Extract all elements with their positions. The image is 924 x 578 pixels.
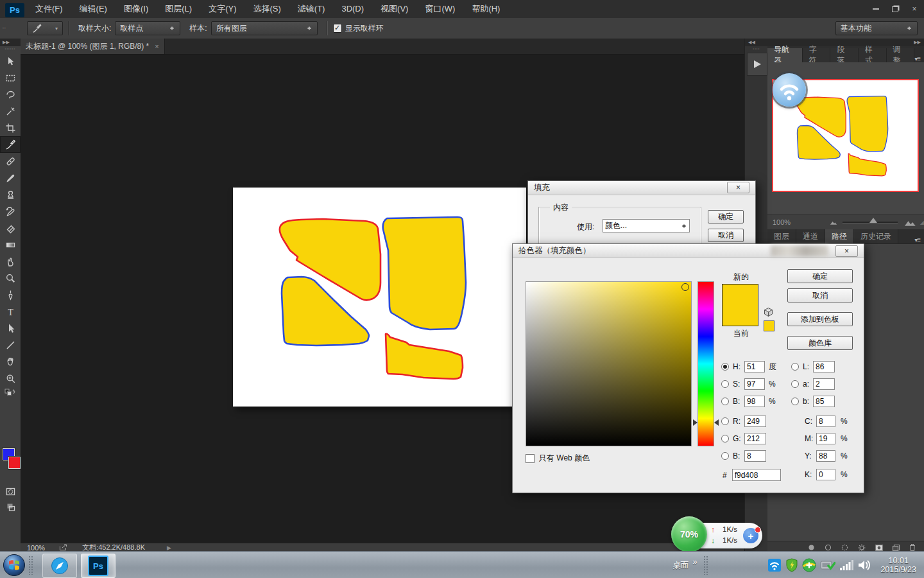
sample-size-dropdown[interactable]: 取样点: [115, 21, 180, 35]
tab-history[interactable]: 历史记录: [854, 229, 898, 243]
document-tab[interactable]: 未标题-1 @ 100% (图层 1, RGB/8) * ×: [21, 39, 165, 54]
hue-radio[interactable]: [721, 363, 729, 371]
color-libraries-button[interactable]: 颜色库: [787, 336, 853, 350]
tool-rectangular-marquee[interactable]: [0, 69, 21, 86]
zoom-in-mountain-icon[interactable]: [904, 218, 916, 227]
blue-input[interactable]: [744, 450, 766, 462]
swap-colors-icon[interactable]: [0, 387, 21, 398]
picker-ok-button[interactable]: 确定: [787, 269, 853, 283]
screen-mode-button[interactable]: [0, 498, 21, 515]
web-safe-color-swatch[interactable]: [764, 320, 774, 331]
tool-brush[interactable]: [0, 170, 21, 186]
tab-paths[interactable]: 路径: [825, 229, 854, 243]
show-sampling-ring-checkbox[interactable]: ✓: [333, 24, 342, 33]
memory-percent-ball[interactable]: 70%: [671, 516, 707, 552]
brightness-input[interactable]: [744, 396, 765, 407]
tab-character[interactable]: 字符: [803, 48, 831, 62]
tool-lasso[interactable]: [0, 86, 21, 103]
minimize-button[interactable]: [866, 3, 886, 15]
zoom-out-mountain-icon[interactable]: [829, 219, 837, 225]
cyan-input[interactable]: [816, 416, 835, 427]
blue-radio[interactable]: [721, 452, 729, 460]
tool-crop[interactable]: [0, 119, 21, 136]
tray-wifi-icon[interactable]: [767, 558, 782, 572]
add-to-swatches-button[interactable]: 添加到色板: [787, 312, 853, 326]
color-field[interactable]: [526, 281, 692, 446]
tray-update-icon[interactable]: [820, 559, 835, 572]
tool-path-selection[interactable]: [0, 320, 21, 337]
menu-select[interactable]: 选择(S): [244, 0, 289, 18]
tab-styles[interactable]: 样式: [859, 48, 887, 62]
menu-help[interactable]: 帮助(H): [463, 0, 508, 18]
wifi-hotspot-overlay-icon[interactable]: [773, 73, 806, 107]
menu-image[interactable]: 图像(I): [116, 0, 157, 18]
background-color-swatch[interactable]: [8, 457, 21, 469]
web-only-checkbox[interactable]: [526, 454, 535, 463]
tool-preset-eyedropper[interactable]: ▾: [27, 21, 63, 35]
tray-signal-icon[interactable]: [839, 559, 853, 572]
taskbar-browser-button[interactable]: [42, 554, 77, 578]
tray-clock[interactable]: 10:01 2015/9/23: [880, 556, 916, 574]
tab-adjustments[interactable]: 调整: [887, 48, 915, 62]
fill-use-dropdown[interactable]: 颜色...: [603, 219, 690, 232]
non-web-safe-cube-icon[interactable]: [763, 307, 774, 318]
red-input[interactable]: [744, 416, 766, 427]
fill-dialog-titlebar[interactable]: 填充 ×: [528, 181, 755, 195]
lab-l-radio[interactable]: [791, 363, 799, 371]
document-tab-close-icon[interactable]: ×: [155, 42, 158, 50]
lab-b-input[interactable]: [813, 396, 835, 407]
red-radio[interactable]: [721, 417, 729, 425]
color-field-marker[interactable]: [681, 283, 689, 291]
tab-channels[interactable]: 通道: [796, 229, 825, 243]
menu-view[interactable]: 视图(V): [372, 0, 416, 18]
lab-l-input[interactable]: [813, 361, 835, 372]
green-input[interactable]: [744, 433, 766, 444]
tool-dodge[interactable]: [0, 270, 21, 286]
color-picker-close-button[interactable]: ×: [835, 245, 858, 257]
tab-navigator[interactable]: 导航器: [767, 48, 803, 62]
menu-file[interactable]: 文件(F): [27, 0, 71, 18]
black-input[interactable]: [816, 469, 835, 480]
close-button[interactable]: ×: [905, 3, 924, 15]
hue-slider-left-arrow[interactable]: [693, 419, 701, 426]
collapsed-panel-button[interactable]: [747, 53, 767, 76]
tool-spot-healing-brush[interactable]: [0, 153, 21, 170]
tool-eyedropper[interactable]: [0, 136, 21, 153]
zoom-slider-thumb[interactable]: [869, 218, 877, 223]
menu-3d[interactable]: 3D(D): [333, 0, 372, 18]
menu-filter[interactable]: 滤镜(T): [289, 0, 334, 18]
tool-gradient[interactable]: [0, 236, 21, 253]
restore-button[interactable]: [886, 3, 905, 15]
color-picker-titlebar[interactable]: 拾色器（填充颜色） ×: [513, 244, 864, 258]
brightness-radio[interactable]: [721, 398, 729, 405]
lab-a-radio[interactable]: [791, 380, 799, 388]
hex-input[interactable]: [732, 469, 781, 481]
tool-type[interactable]: T: [0, 303, 21, 320]
tray-volume-icon[interactable]: [857, 559, 871, 572]
lab-a-input[interactable]: [813, 378, 835, 390]
status-zoom[interactable]: 100%: [27, 544, 45, 552]
add-mask-icon[interactable]: [875, 544, 884, 552]
canvas[interactable]: [233, 188, 526, 407]
hue-slider-right-arrow[interactable]: [711, 419, 719, 426]
menu-window[interactable]: 窗口(W): [416, 0, 463, 18]
hue-slider[interactable]: [697, 281, 714, 446]
green-radio[interactable]: [721, 435, 729, 442]
tool-zoom[interactable]: [0, 370, 21, 387]
taskbar-photoshop-button[interactable]: Ps: [81, 554, 116, 578]
tray-shield-icon[interactable]: [785, 558, 798, 572]
yellow-input[interactable]: [816, 450, 835, 462]
tray-360-ball-icon[interactable]: [802, 558, 816, 572]
tools-collapse-button[interactable]: ▶▶: [0, 39, 21, 46]
menu-layer[interactable]: 图层(L): [157, 0, 200, 18]
picker-cancel-button[interactable]: 取消: [787, 288, 853, 302]
hue-input[interactable]: [744, 361, 765, 372]
tool-smudge[interactable]: [0, 253, 21, 270]
resize-grip-icon[interactable]: ◢: [920, 220, 924, 225]
desktop-toolbar-label[interactable]: 桌面: [672, 560, 689, 571]
tool-eraser[interactable]: [0, 220, 21, 236]
navigator-zoom-value[interactable]: 100%: [773, 218, 791, 226]
magenta-input[interactable]: [816, 433, 835, 444]
new-path-icon[interactable]: [892, 544, 900, 552]
navigator-zoom-slider[interactable]: [843, 222, 898, 223]
